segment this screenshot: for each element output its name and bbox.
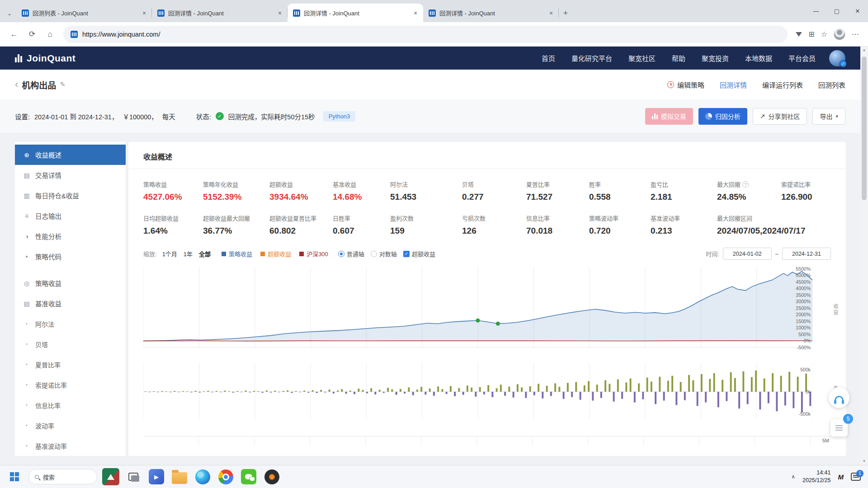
- sidebar-metric-item-6[interactable]: •信息比率: [15, 395, 126, 415]
- site-menu-item-6[interactable]: 平台会员: [788, 53, 816, 63]
- sidebar-metric-item-3[interactable]: •贝塔: [15, 334, 126, 354]
- attribution-button[interactable]: 归因分析: [698, 108, 747, 125]
- legend-item-0[interactable]: 策略收益: [222, 249, 252, 258]
- header-action-0[interactable]: 编辑策略: [667, 80, 704, 89]
- close-button[interactable]: ✕: [847, 0, 868, 22]
- date-from-input[interactable]: [723, 248, 772, 260]
- browser-tab[interactable]: 回测详情 - JoinQuant×: [423, 4, 559, 22]
- simulate-trade-button[interactable]: 模拟交易: [645, 108, 693, 125]
- zoom-option-2[interactable]: 全部: [199, 249, 211, 258]
- site-menu-item-5[interactable]: 本地数据: [745, 53, 772, 63]
- sidebar-metric-item-2[interactable]: •阿尔法: [15, 314, 126, 334]
- url-bar[interactable]: https://www.joinquant.com/: [63, 26, 788, 43]
- legend-item-2[interactable]: 沪深300: [299, 249, 328, 258]
- help-icon[interactable]: ?: [742, 181, 749, 188]
- site-menu-item-4[interactable]: 聚宽投资: [702, 53, 729, 63]
- sidebar-metric-item-5[interactable]: •索提诺比率: [15, 375, 126, 395]
- taskbar-wechat[interactable]: [240, 468, 258, 486]
- refresh-icon[interactable]: ⟳: [24, 27, 40, 42]
- zoom-option-1[interactable]: 1年: [184, 249, 193, 258]
- user-avatar[interactable]: [829, 50, 845, 66]
- back-icon[interactable]: ←: [6, 27, 22, 42]
- sidebar-metric-item-4[interactable]: •夏普比率: [15, 354, 126, 375]
- checkbox-icon[interactable]: ✓: [403, 251, 410, 257]
- minimize-button[interactable]: —: [806, 0, 826, 22]
- browser-tab[interactable]: 回测详情 - JoinQuant×: [288, 4, 423, 22]
- sidebar-metric-item-0[interactable]: ◎策略收益: [15, 273, 126, 293]
- browser-tab[interactable]: 回测列表 - JoinQuant×: [16, 4, 152, 22]
- chevron-up-icon[interactable]: ∧: [791, 474, 795, 480]
- sidebar-item-5[interactable]: •策略代码: [15, 246, 126, 267]
- back-chevron-icon[interactable]: ‹: [15, 79, 18, 90]
- ime-icon[interactable]: M: [838, 473, 844, 481]
- customer-service-button[interactable]: [829, 387, 849, 408]
- status-check-icon: ✓: [216, 112, 224, 120]
- pnl-chart[interactable]: 500k0k-500k 盈亏: [143, 359, 831, 424]
- pnl-chart-svg[interactable]: 500k0k-500k: [143, 359, 812, 422]
- taskbar-chrome[interactable]: [217, 468, 235, 486]
- maximize-button[interactable]: ▢: [826, 0, 847, 22]
- sidebar-metric-item-7[interactable]: •波动率: [15, 415, 126, 436]
- sidebar-item-3[interactable]: ≡日志输出: [15, 206, 126, 226]
- site-menu-item-3[interactable]: 帮助: [672, 53, 685, 63]
- tab-close-icon[interactable]: ×: [140, 9, 148, 17]
- profile-avatar[interactable]: [834, 28, 845, 40]
- excess-return-checkbox[interactable]: ✓ 超额收益: [403, 249, 435, 258]
- message-count-badge[interactable]: 5: [843, 414, 853, 424]
- sidebar-item-2[interactable]: ▥每日持仓&收益: [15, 185, 126, 206]
- returns-chart[interactable]: 5500%5000%4500%4000%3500%3000%2500%2000%…: [143, 266, 831, 353]
- home-icon[interactable]: ⌂: [42, 27, 58, 42]
- edit-title-icon[interactable]: ✎: [60, 80, 66, 89]
- scroll-up-icon[interactable]: ▲: [863, 47, 866, 54]
- metric-value: 4527.06%: [143, 192, 203, 202]
- new-tab-button[interactable]: +: [559, 4, 572, 22]
- tab-close-icon[interactable]: ×: [276, 9, 284, 17]
- zoom-option-0[interactable]: 1个月: [162, 249, 177, 258]
- axis-option-linear[interactable]: 普通轴: [338, 249, 364, 258]
- more-menu-icon[interactable]: ⋯: [852, 30, 859, 38]
- taskbar-file-explorer[interactable]: [170, 468, 189, 486]
- header-action-2[interactable]: 编译运行列表: [762, 80, 803, 89]
- returns-chart-svg[interactable]: 5500%5000%4500%4000%3500%3000%2500%2000%…: [143, 266, 812, 351]
- browser-tab[interactable]: 回测详情 - JoinQuant×: [152, 4, 288, 22]
- radio-icon[interactable]: [338, 251, 344, 257]
- url-text[interactable]: https://www.joinquant.com/: [82, 31, 160, 38]
- export-button[interactable]: 导出 ▾: [812, 108, 845, 125]
- site-menu-item-2[interactable]: 聚宽社区: [628, 53, 656, 63]
- joinquant-logo-icon[interactable]: [15, 54, 22, 62]
- date-to-input[interactable]: [782, 248, 831, 260]
- start-button[interactable]: [5, 468, 24, 486]
- site-menu-item-0[interactable]: 首页: [542, 53, 555, 63]
- widgets-weather-button[interactable]: [102, 468, 119, 485]
- adblock-icon[interactable]: [796, 32, 802, 37]
- taskbar-app-dark[interactable]: [263, 468, 281, 486]
- header-action-1[interactable]: 回测详情: [720, 80, 747, 89]
- sidebar-metric-item-1[interactable]: ▤基准收益: [15, 293, 126, 314]
- sidebar-item-0[interactable]: ⊕收益概述: [15, 145, 126, 165]
- tab-close-icon[interactable]: ×: [411, 9, 420, 17]
- sidebar-item-4[interactable]: ◑性能分析: [15, 226, 126, 246]
- taskbar-edge[interactable]: [193, 468, 212, 486]
- legend-item-1[interactable]: 超额收益: [260, 249, 291, 258]
- tab-close-icon[interactable]: ×: [547, 9, 555, 17]
- taskbar-app-video[interactable]: ▶: [147, 468, 165, 486]
- site-menu-item-1[interactable]: 量化研究平台: [571, 53, 612, 63]
- header-action-3[interactable]: 回测列表: [818, 80, 845, 89]
- favorites-icon[interactable]: ☆: [821, 30, 827, 38]
- browser-scrollbar[interactable]: ▲ ▼: [860, 47, 868, 465]
- sidebar-item-1[interactable]: ▤交易详情: [15, 165, 126, 185]
- list-icon: [835, 427, 843, 428]
- tab-search-icon[interactable]: ⌄: [3, 4, 16, 22]
- extensions-icon[interactable]: ⊞: [808, 30, 814, 38]
- radio-icon[interactable]: [371, 251, 377, 257]
- taskbar-search[interactable]: 搜索: [28, 469, 97, 484]
- scrollbar-thumb[interactable]: [862, 56, 867, 200]
- axis-option-log[interactable]: 对数轴: [371, 249, 397, 258]
- scroll-down-icon[interactable]: ▼: [863, 458, 866, 465]
- share-button[interactable]: ↗ 分享到社区: [753, 108, 807, 125]
- sidebar-metric-item-8[interactable]: •基准波动率: [15, 436, 126, 456]
- taskbar-clock[interactable]: 14:41 2025/12/25: [802, 469, 831, 484]
- joinquant-logo-text[interactable]: JoinQuant: [27, 53, 75, 64]
- notification-icon[interactable]: 1: [851, 473, 861, 481]
- task-view-button[interactable]: [124, 468, 142, 486]
